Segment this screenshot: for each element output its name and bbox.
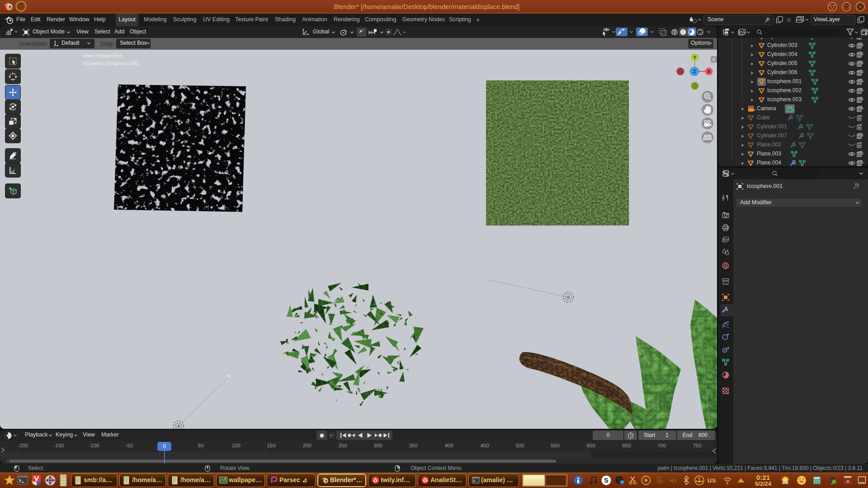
svg-text:(0) palm | Icosphere.001: (0) palm | Icosphere.001: [83, 61, 139, 66]
svg-text:a: a: [846, 478, 849, 483]
svg-text:Y: Y: [693, 55, 697, 60]
svg-text:User Perspective: User Perspective: [83, 53, 123, 58]
svg-text:X: X: [707, 69, 711, 74]
svg-text:Z: Z: [693, 69, 696, 74]
svg-text:S: S: [604, 477, 608, 484]
